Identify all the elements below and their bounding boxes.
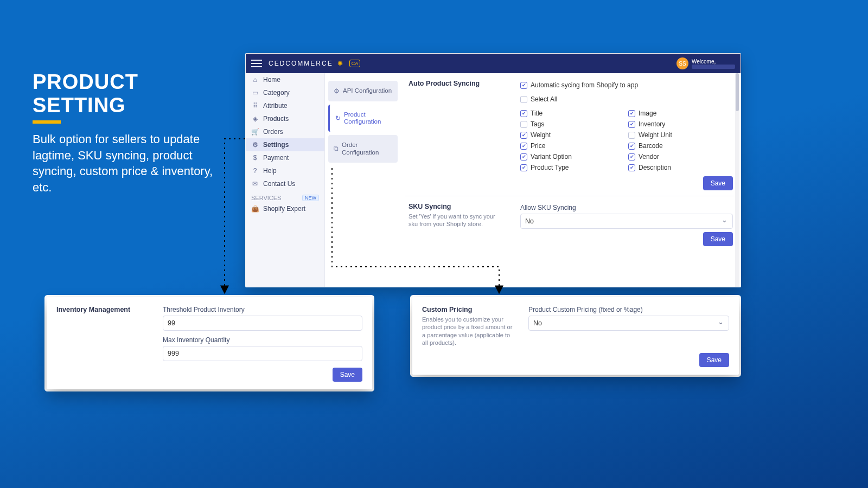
chk-master-label: Automatic sycing from Shopify to app — [531, 81, 638, 89]
sidebar-item-category[interactable]: ▭ Category — [246, 86, 324, 99]
user-area[interactable]: SS Welcome, — [676, 57, 735, 69]
popout-custom-pricing: Custom Pricing Enables you to customize … — [412, 297, 739, 375]
sidebar-item-label: Payment — [263, 154, 289, 162]
chk-price[interactable]: Price — [520, 142, 625, 150]
inv-field1-input[interactable] — [163, 316, 362, 331]
sidebar-item-attribute[interactable]: ⠿ Attribute — [246, 99, 324, 112]
promo-underline — [33, 120, 61, 124]
sidebar-item-label: Home — [263, 76, 280, 84]
save-button[interactable]: Save — [703, 232, 733, 246]
sidebar-item-shopify-expert[interactable]: 👜 Shopify Expert — [246, 202, 324, 215]
sidebar-icon: $ — [251, 154, 259, 162]
subnav-product-configuration[interactable]: ↻ ProductConfiguration — [328, 105, 398, 132]
checkbox-icon[interactable] — [520, 96, 527, 103]
sidebar-icon: ⌂ — [251, 76, 259, 84]
brand-sub: CA — [349, 60, 361, 67]
chk-barcode[interactable]: Barcode — [628, 142, 733, 150]
sidebar-item-label: Contact Us — [263, 180, 295, 188]
subnav-icon: ⧉ — [334, 145, 339, 152]
checkbox-icon[interactable] — [520, 164, 527, 171]
sidebar-icon: ⚙ — [251, 141, 259, 149]
checkbox-icon[interactable] — [520, 143, 527, 150]
chk-variant-option[interactable]: Variant Option — [520, 153, 625, 160]
sidebar-icon: ▭ — [251, 89, 259, 97]
content: Auto Product Syncing Automatic sycing fr… — [401, 73, 741, 287]
user-name-placeholder — [692, 65, 735, 69]
card-auto-sync: Auto Product Syncing Automatic sycing fr… — [405, 73, 736, 196]
sidebar-icon: ✉ — [251, 180, 259, 188]
subnav-label: Order Configuration — [342, 142, 392, 156]
sidebar-item-label: Settings — [263, 141, 289, 149]
chk-label: Price — [531, 142, 545, 150]
chk-select-all-label: Select All — [531, 95, 557, 103]
sidebar-item-orders[interactable]: 🛒 Orders — [246, 125, 324, 138]
cp-select[interactable]: No — [528, 316, 729, 331]
checkbox-icon[interactable] — [520, 153, 527, 160]
sku-subtext: Set 'Yes' if you want to sync your sku f… — [409, 213, 505, 228]
subnav-label: ProductConfiguration — [344, 111, 381, 125]
cp-field-label: Product Custom Pricing (fixed or %age) — [528, 306, 729, 313]
sidebar-item-label: Products — [263, 115, 289, 123]
checkbox-icon[interactable] — [628, 110, 635, 117]
chk-label: Product Type — [531, 164, 569, 171]
scrollbar[interactable] — [735, 73, 739, 287]
sidebar-item-contact-us[interactable]: ✉ Contact Us — [246, 177, 324, 190]
brand-spark-icon: ✺ — [337, 60, 344, 67]
checkbox-icon[interactable] — [628, 121, 635, 128]
inv-field2-input[interactable] — [163, 346, 362, 361]
sidebar-item-label: Shopify Expert — [263, 205, 305, 213]
subnav-api-configuration[interactable]: ⚙ API Configuration — [328, 81, 398, 101]
chk-label: Image — [639, 110, 656, 117]
save-button[interactable]: Save — [699, 353, 729, 367]
chk-label: Tags — [531, 120, 544, 128]
chk-product-type[interactable]: Product Type — [520, 164, 625, 171]
save-button[interactable]: Save — [333, 368, 362, 382]
checkbox-icon[interactable] — [520, 82, 527, 89]
sku-heading: SKU Syncing — [409, 203, 505, 210]
cp-heading: Custom Pricing — [422, 306, 515, 313]
chk-weight[interactable]: Weight — [520, 131, 625, 139]
checkbox-icon[interactable] — [520, 110, 527, 117]
sidebar-item-payment[interactable]: $ Payment — [246, 151, 324, 164]
app-header: CEDCOMMERCE ✺ CA SS Welcome, — [246, 54, 741, 73]
sidebar-item-help[interactable]: ? Help — [246, 164, 324, 177]
sidebar-item-settings[interactable]: ⚙ Settings — [246, 138, 324, 151]
avatar: SS — [676, 57, 688, 69]
checkbox-icon[interactable] — [628, 143, 635, 150]
sidebar-icon: 🛒 — [251, 128, 259, 136]
sidebar-item-label: Orders — [263, 128, 283, 136]
save-button[interactable]: Save — [703, 176, 733, 190]
sidebar-section-services: SERVICES NEW — [246, 190, 324, 202]
checkbox-icon[interactable] — [520, 121, 527, 128]
chk-select-all[interactable]: Select All — [520, 95, 733, 103]
chk-image[interactable]: Image — [628, 110, 733, 117]
subnav-order-configuration[interactable]: ⧉ Order Configuration — [328, 135, 398, 162]
app-window: CEDCOMMERCE ✺ CA SS Welcome, ⌂ Home▭ Cat… — [245, 53, 741, 287]
auto-sync-heading: Auto Product Syncing — [409, 80, 505, 190]
chk-label: Vendor — [639, 153, 659, 160]
chk-tags[interactable]: Tags — [520, 120, 625, 128]
sidebar-item-products[interactable]: ◈ Products — [246, 112, 324, 125]
chk-title[interactable]: Title — [520, 110, 625, 117]
sku-field-label: Allow SKU Syncing — [520, 204, 733, 211]
promo-title: PRODUCT SETTING — [33, 70, 217, 117]
inv-field2-label: Max Inventory Quantity — [163, 336, 362, 344]
chk-vendor[interactable]: Vendor — [628, 153, 733, 160]
sku-select[interactable]: No — [520, 214, 733, 229]
chk-description[interactable]: Description — [628, 164, 733, 171]
hamburger-icon[interactable] — [251, 60, 262, 67]
promo-body: Bulk option for sellers to update lagtim… — [33, 131, 217, 196]
settings-subnav: ⚙ API Configuration↻ ProductConfiguratio… — [325, 73, 401, 287]
checkbox-icon[interactable] — [628, 153, 635, 160]
new-badge: NEW — [302, 195, 319, 201]
chk-inventory[interactable]: Inventory — [628, 120, 733, 128]
chk-weight-unit[interactable]: Weight Unit — [628, 131, 733, 139]
chk-master[interactable]: Automatic sycing from Shopify to app — [520, 81, 733, 89]
checkbox-icon[interactable] — [628, 132, 635, 139]
chk-label: Title — [531, 110, 542, 117]
checkbox-icon[interactable] — [628, 164, 635, 171]
sidebar: ⌂ Home▭ Category⠿ Attribute◈ Products🛒 O… — [246, 73, 325, 287]
subnav-icon: ⚙ — [334, 87, 340, 95]
checkbox-icon[interactable] — [520, 132, 527, 139]
sidebar-item-home[interactable]: ⌂ Home — [246, 73, 324, 86]
